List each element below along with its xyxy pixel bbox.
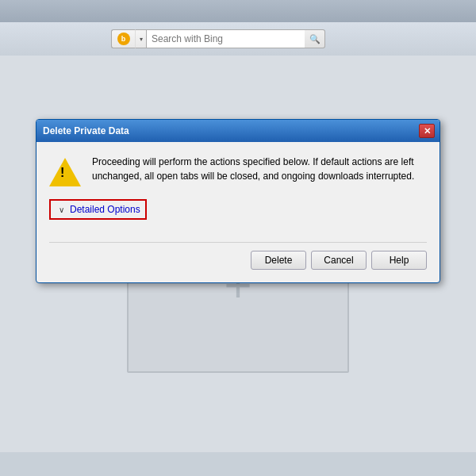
search-go-icon: 🔍: [309, 34, 321, 44]
dialog-message-text: Proceeding will perform the actions spec…: [92, 155, 427, 183]
help-button[interactable]: Help: [371, 251, 427, 270]
dialog-titlebar: Delete Private Data ✕: [36, 120, 440, 142]
search-box-container: b ▾ 🔍: [111, 29, 325, 49]
chevron-down-icon: ∨: [56, 204, 67, 215]
search-input[interactable]: [146, 29, 305, 48]
dialog-message-row: Proceeding will perform the actions spec…: [49, 155, 427, 186]
dialog-overlay: Delete Private Data ✕ Proceeding will pe…: [0, 56, 476, 452]
delete-private-data-dialog: Delete Private Data ✕ Proceeding will pe…: [36, 119, 440, 283]
warning-icon: [49, 155, 81, 186]
bing-icon-button[interactable]: b: [111, 29, 135, 48]
bing-logo: b: [117, 33, 130, 45]
cancel-button[interactable]: Cancel: [311, 251, 367, 270]
delete-button[interactable]: Delete: [251, 251, 306, 270]
browser-window: b ▾ 🔍 + Delete Private Data ✕: [0, 0, 476, 476]
detailed-options-toggle[interactable]: ∨ Detailed Options: [49, 199, 147, 220]
dialog-close-button[interactable]: ✕: [419, 124, 435, 138]
close-icon: ✕: [424, 126, 431, 136]
search-go-button[interactable]: 🔍: [305, 29, 325, 48]
search-bar-area: b ▾ 🔍: [0, 22, 476, 56]
dialog-buttons-row: Delete Cancel Help: [49, 242, 427, 270]
warning-triangle-icon: [49, 158, 81, 186]
detailed-options-label: Detailed Options: [70, 204, 140, 215]
browser-content: + Delete Private Data ✕: [0, 56, 476, 452]
browser-top-bar: [0, 0, 476, 22]
dropdown-chevron-icon: ▾: [140, 36, 143, 43]
bing-dropdown-arrow[interactable]: ▾: [135, 29, 146, 48]
detailed-options-section: ∨ Detailed Options: [49, 199, 427, 234]
dialog-body: Proceeding will perform the actions spec…: [36, 142, 440, 282]
dialog-title: Delete Private Data: [43, 125, 129, 136]
